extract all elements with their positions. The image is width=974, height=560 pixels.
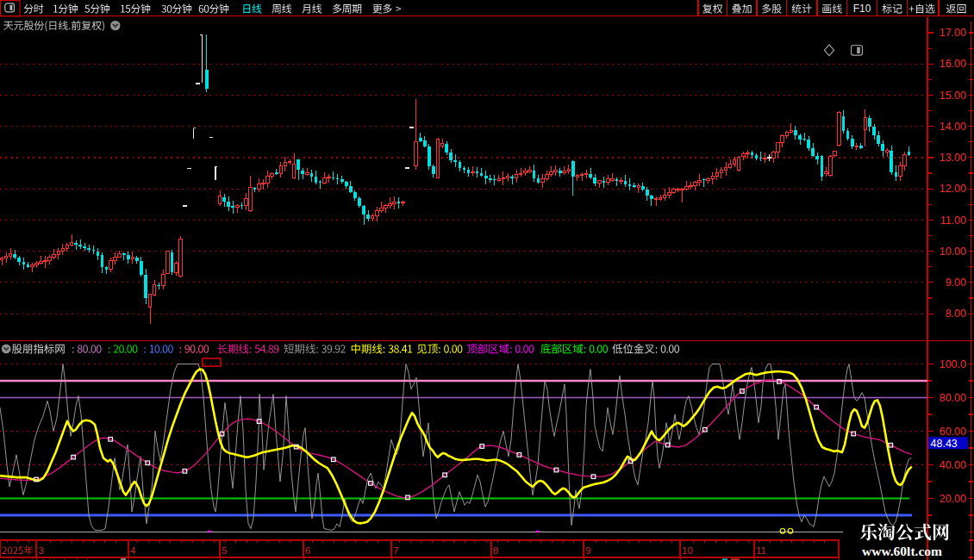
- svg-text:100.0: 100.0: [940, 358, 966, 370]
- svg-text:5: 5: [222, 545, 227, 556]
- svg-text:48.43: 48.43: [931, 438, 958, 450]
- svg-text:15.00: 15.00: [940, 90, 966, 102]
- svg-text:40.00: 40.00: [940, 459, 966, 471]
- svg-text:14.00: 14.00: [940, 121, 966, 133]
- svg-text:80.00: 80.00: [940, 392, 966, 404]
- svg-text:F10: F10: [853, 3, 871, 15]
- svg-text:9.00: 9.00: [946, 277, 966, 289]
- svg-text:20.00: 20.00: [940, 493, 966, 505]
- svg-text:7: 7: [393, 545, 398, 556]
- svg-text:3: 3: [39, 545, 44, 556]
- svg-text:12.00: 12.00: [940, 183, 966, 195]
- svg-text:6: 6: [305, 545, 310, 556]
- svg-text:60.00: 60.00: [940, 426, 966, 438]
- svg-text:13.00: 13.00: [940, 152, 966, 164]
- svg-text:10: 10: [682, 545, 693, 556]
- svg-text:www.60lt.com: www.60lt.com: [862, 544, 942, 558]
- svg-text:16.00: 16.00: [940, 58, 966, 70]
- svg-text:11: 11: [756, 545, 766, 556]
- svg-text:11.00: 11.00: [940, 215, 966, 227]
- svg-text:8: 8: [493, 545, 498, 556]
- svg-text:9: 9: [585, 545, 590, 556]
- svg-text:8.00: 8.00: [946, 308, 966, 320]
- svg-text:17.00: 17.00: [940, 27, 966, 39]
- svg-text:4: 4: [130, 545, 136, 556]
- svg-text:10.00: 10.00: [940, 246, 966, 258]
